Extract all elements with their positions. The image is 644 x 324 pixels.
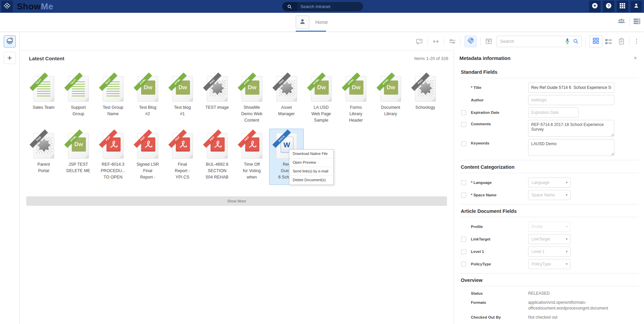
clipboard-icon[interactable] <box>617 37 626 46</box>
people-group-icon[interactable] <box>617 18 626 26</box>
file-tile[interactable]: PDFREF-6014.3 PROCEDU... TO OPEN <box>96 129 130 185</box>
more-options-icon[interactable]: ⋮ <box>634 38 639 44</box>
file-tile[interactable]: TEXTSales Team <box>26 72 61 128</box>
filter-sliders-icon[interactable] <box>448 37 457 46</box>
add-space-button[interactable]: + <box>4 52 16 64</box>
overview-status: Status RELEASED <box>459 291 639 296</box>
file-tile[interactable]: PDFSigned LSR Final Report - <box>130 129 165 185</box>
queue-list-icon[interactable] <box>633 18 641 26</box>
show-more-button[interactable]: Show More <box>26 196 447 206</box>
grid-view-button-active[interactable] <box>589 35 602 47</box>
file-tile[interactable]: PNGTEST image <box>200 72 234 128</box>
search-icon[interactable] <box>573 38 579 44</box>
menu-item-send-links-by-email[interactable]: Send link(s) by e-mail <box>289 167 333 176</box>
field-label: * Title <box>471 86 528 90</box>
file-tile[interactable]: HTMLDwLA USD Web Page Sample <box>304 72 339 128</box>
overview-checked-out-by: Checked Out By Not checked out <box>459 315 639 320</box>
file-tile[interactable]: HTMLDwDocument Library <box>373 72 408 128</box>
profile-select: Profile▾ <box>528 222 571 232</box>
menu-item-delete-documents[interactable]: Delete Document(s) <box>289 176 333 185</box>
person-icon <box>633 2 640 10</box>
help-button[interactable]: ? <box>603 1 614 12</box>
svg-text:?: ? <box>608 4 610 8</box>
intranet-search-input[interactable] <box>297 2 363 11</box>
file-label: Test Group Name <box>103 104 123 117</box>
file-label: Signed LSR Final Report - <box>136 161 159 181</box>
divider <box>585 37 586 45</box>
publish-window-icon[interactable] <box>484 37 493 46</box>
menu-item-open-preview[interactable]: Open Preview <box>289 158 333 167</box>
tags-button-active[interactable] <box>464 36 477 47</box>
file-tile[interactable]: HTMLDwTest Blog #2 <box>130 72 165 128</box>
policytype-checkbox[interactable] <box>461 262 466 267</box>
content-search <box>496 36 582 47</box>
file-tile[interactable]: TEXTTest Group Name <box>96 72 130 128</box>
level-1-checkbox[interactable] <box>461 249 466 254</box>
page-title: Latest Content <box>29 56 64 61</box>
tab-home[interactable]: Home <box>296 15 328 29</box>
space-item-active[interactable] <box>4 35 16 47</box>
expiration-date-checkbox[interactable] <box>461 110 466 115</box>
space-name-select[interactable]: Space Name▾ <box>528 190 571 200</box>
close-icon[interactable]: ✕ <box>632 55 639 61</box>
comments-textarea[interactable]: REF-5714.6 2017-18 School Experience Sur… <box>528 120 614 137</box>
level-1-select[interactable]: Level 1▾ <box>528 247 571 257</box>
file-icon-html: HTMLDw <box>68 133 89 159</box>
file-grid-row: PNGParent PortalHTMLDwJSP TEST DELETE ME… <box>26 129 454 185</box>
file-tile[interactable]: PDFFinal Report - YPI CS <box>165 129 200 185</box>
swap-arrows-icon[interactable] <box>431 37 440 46</box>
search-icon[interactable] <box>282 2 297 11</box>
field-author: Author <box>459 95 639 105</box>
file-icon-html: HTMLDw <box>172 76 193 102</box>
file-label: BUL-4692.6 SECTION 504 REHAB <box>206 161 228 181</box>
add-button[interactable] <box>589 1 601 12</box>
file-tile[interactable]: PNGAsset Manager <box>269 72 304 128</box>
file-icon-text: TEXT <box>68 76 89 102</box>
language-checkbox[interactable] <box>461 180 466 185</box>
divider <box>480 37 481 45</box>
file-icon-pdf: PDF <box>242 133 262 159</box>
space-name-checkbox[interactable] <box>461 193 466 198</box>
user-button[interactable] <box>631 1 642 12</box>
linktarget-select[interactable]: LinkTarget▾ <box>528 234 571 244</box>
linktarget-checkbox[interactable] <box>461 237 466 242</box>
file-icon-html: HTMLDw <box>346 76 366 102</box>
file-tile[interactable]: PDFTime Off for Voting when <box>234 129 269 185</box>
title-input[interactable] <box>528 83 614 93</box>
file-tile[interactable]: HTMLDwForms Library Header <box>339 72 373 128</box>
field-label: Comments <box>471 122 528 126</box>
file-icon-pdf: PDF <box>103 133 124 159</box>
file-label: TEST image <box>205 104 229 111</box>
file-icon-pdf: PDF <box>137 133 158 159</box>
expiration-date-input[interactable] <box>528 107 579 118</box>
comments-checkbox[interactable] <box>461 122 466 127</box>
content-search-input[interactable] <box>500 39 565 44</box>
language-select[interactable]: Language▾ <box>528 177 571 188</box>
file-tile[interactable]: HTMLDwTest blog #1 <box>165 72 200 128</box>
file-tile[interactable]: PNGSchoology <box>408 72 443 128</box>
policytype-select[interactable]: PolicyType▾ <box>528 259 571 269</box>
file-tile[interactable]: HTMLDwShowMe Demo Web Content <box>234 72 269 128</box>
section-content-categorization: Content Categorization * Language Langua… <box>459 160 639 204</box>
formats-value: application/vnd.openxmlformats-officedoc… <box>528 300 628 311</box>
menu-item-download-native-file[interactable]: Download Native File <box>289 150 333 158</box>
apps-grid-button[interactable] <box>617 1 628 12</box>
file-label: Final Report - YPI CS <box>175 161 190 181</box>
file-label: Sales Team <box>33 104 55 111</box>
file-tile[interactable]: PDFBUL-4692.6 SECTION 504 REHAB <box>200 129 234 185</box>
app-logo[interactable] <box>1 1 13 12</box>
file-tile[interactable]: TEXTSupport Group <box>61 72 96 128</box>
file-icon-png: PNG <box>207 76 228 102</box>
content-toolbar: ⋮ <box>20 32 644 51</box>
author-input[interactable] <box>528 95 614 105</box>
overview-formats: Formats application/vnd.openxmlformats-o… <box>459 300 639 311</box>
keywords-textarea[interactable]: LAUSD Demo <box>528 139 614 156</box>
mic-icon[interactable] <box>565 38 570 44</box>
list-view-icon[interactable] <box>604 37 613 46</box>
person-icon <box>299 18 306 27</box>
file-tile[interactable]: HTMLDwJSP TEST DELETE ME <box>61 129 96 185</box>
keywords-checkbox[interactable] <box>461 141 466 146</box>
file-icon-html: HTMLDw <box>311 76 332 102</box>
comment-icon[interactable] <box>415 37 424 46</box>
file-tile[interactable]: PNGParent Portal <box>26 129 61 185</box>
